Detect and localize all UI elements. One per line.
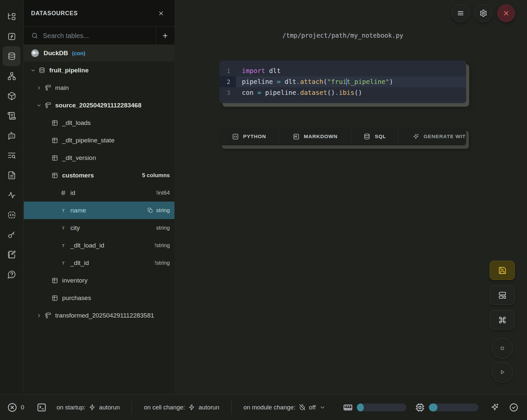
chevron-down-icon[interactable] (30, 68, 36, 73)
run-button[interactable] (492, 362, 513, 383)
tree-row-city[interactable]: Tcitystring (24, 219, 174, 237)
rail-item-ai-chat[interactable] (3, 126, 20, 145)
tree-row-source_202504291112283468[interactable]: source_202504291112283468 (24, 96, 174, 114)
rail-item-outputs[interactable] (3, 205, 20, 225)
add-sql-cell-button[interactable]: SQL (352, 128, 398, 145)
code-line-3[interactable]: 3con = pipeline.dataset().ibis() (219, 87, 466, 98)
key-icon (7, 230, 16, 239)
code-text: import dlt (236, 65, 466, 76)
separator (231, 401, 232, 414)
rail-item-secrets[interactable] (3, 225, 20, 245)
tree-meta: string (156, 225, 170, 231)
line-number: 1 (219, 65, 236, 76)
svg-text:T: T (62, 208, 64, 213)
add-python-cell-button[interactable]: PYTHON (219, 128, 279, 145)
statusbar-on-startup[interactable]: on startup:autorun (56, 404, 120, 411)
connection-row[interactable]: DuckDB (con) (24, 45, 174, 61)
database-icon (363, 133, 370, 140)
resource-meters (343, 402, 518, 412)
bot-chat-icon (7, 131, 16, 140)
tree-row-name[interactable]: Tnamestring (24, 202, 174, 219)
tree-row-_dlt_pipeline_state[interactable]: _dlt_pipeline_state (24, 132, 174, 149)
close-panel-icon[interactable] (158, 10, 165, 17)
tree-label: _dlt_id (70, 259, 89, 267)
tree-label: id (70, 189, 75, 197)
shutdown-button[interactable] (497, 4, 515, 22)
list-search-icon (7, 151, 16, 160)
errors-indicator[interactable]: 0 (7, 402, 24, 412)
save-button[interactable] (490, 261, 515, 280)
layout-button[interactable] (490, 286, 515, 305)
tree-row-id[interactable]: id!int64 (24, 184, 174, 202)
tree-row-_dlt_id[interactable]: T_dlt_id!string (24, 254, 174, 272)
rail-item-functions[interactable] (3, 26, 20, 46)
tree-label: inventory (62, 277, 88, 284)
table-icon (52, 137, 58, 144)
rail-item-files[interactable] (3, 7, 20, 26)
code-line-2[interactable]: 2pipeline = dlt.attach("fruit_pipeline") (219, 76, 466, 87)
settings-button[interactable] (474, 4, 492, 22)
line-number: 2 (219, 76, 236, 87)
add-cell-buttons: PYTHONMARKDOWNSQLGENERATE WIT (219, 128, 466, 145)
duckdb-logo-icon (30, 49, 40, 58)
rail-item-datasources[interactable] (3, 46, 20, 66)
statusbar-segments: on startup:autorunon cell change:autorun… (47, 401, 325, 414)
connection-alias: (con) (72, 50, 85, 57)
button-label: MARKDOWN (304, 134, 338, 139)
chevron-right-icon[interactable] (36, 85, 42, 91)
tree-row-inventory[interactable]: inventory (24, 272, 174, 289)
rail-item-packages[interactable] (3, 86, 20, 106)
add-markdown-cell-button[interactable]: MARKDOWN (279, 128, 352, 145)
tree-label: _dlt_load_id (70, 242, 104, 249)
tree-row-_dlt_loads[interactable]: _dlt_loads (24, 114, 174, 132)
rail-item-help[interactable] (3, 264, 20, 284)
button-label: SQL (375, 134, 386, 139)
tree-label: purchases (62, 294, 91, 302)
window-controls (452, 4, 515, 22)
rail-item-dependencies[interactable] (3, 66, 20, 86)
rail-item-documentation[interactable] (3, 106, 20, 126)
menu-button[interactable] (452, 4, 470, 22)
hash-icon (60, 190, 66, 196)
tree-row-_dlt_version[interactable]: _dlt_version (24, 149, 174, 167)
statusbar-on-module-change[interactable]: on module change:off (244, 404, 326, 411)
generate-with-ai-button[interactable]: GENERATE WIT (398, 128, 466, 145)
add-datasource-button[interactable]: + (156, 27, 174, 45)
tree-label: _dlt_loads (62, 119, 91, 127)
package-icon (7, 92, 16, 100)
terminal-button[interactable] (37, 402, 47, 412)
stop-button[interactable] (492, 338, 513, 359)
search-icon (31, 32, 38, 39)
code-cell[interactable]: 1import dlt2pipeline = dlt.attach("fruit… (219, 60, 466, 103)
connection-status-icon[interactable] (509, 403, 518, 412)
tree-row-purchases[interactable]: purchases (24, 289, 174, 307)
search-input[interactable] (43, 32, 156, 40)
rail-item-tracing[interactable] (3, 185, 20, 205)
memory-icon (343, 402, 353, 412)
table-icon (52, 172, 58, 179)
statusbar-value: autorun (99, 404, 120, 411)
x-icon (502, 9, 510, 17)
keyboard-shortcuts-button[interactable] (490, 310, 515, 329)
svg-text:T: T (62, 225, 64, 230)
tree-row-fruit_pipeline[interactable]: fruit_pipeline (24, 61, 174, 79)
rail-item-logs[interactable] (3, 145, 20, 165)
panel-header: DATASOURCES (24, 0, 174, 26)
statusbar-on-cell-change[interactable]: on cell change:autorun (144, 404, 219, 411)
rail-item-snippets[interactable] (3, 165, 20, 185)
tree-meta: !string (155, 260, 170, 266)
ai-sparkles-icon[interactable] (490, 403, 499, 412)
tree-row-main[interactable]: main (24, 79, 174, 96)
editor-area: /tmp/project/path/my_notebook.py 1import… (175, 0, 527, 394)
tree-label: fruit_pipeline (49, 67, 89, 74)
tree-meta: !int64 (156, 190, 170, 196)
tree-label: _dlt_pipeline_state (62, 137, 114, 144)
tree-row-transformed_202504291112283581[interactable]: transformed_202504291112283581 (24, 307, 174, 324)
rail-item-scratchpad[interactable] (3, 245, 20, 264)
activity-icon (7, 191, 16, 200)
chevron-down-icon[interactable] (36, 103, 42, 108)
code-line-1[interactable]: 1import dlt (219, 65, 466, 76)
chevron-right-icon[interactable] (36, 313, 42, 318)
tree-row-_dlt_load_id[interactable]: T_dlt_load_id!string (24, 237, 174, 254)
tree-row-customers[interactable]: customers5 columns (24, 167, 174, 184)
